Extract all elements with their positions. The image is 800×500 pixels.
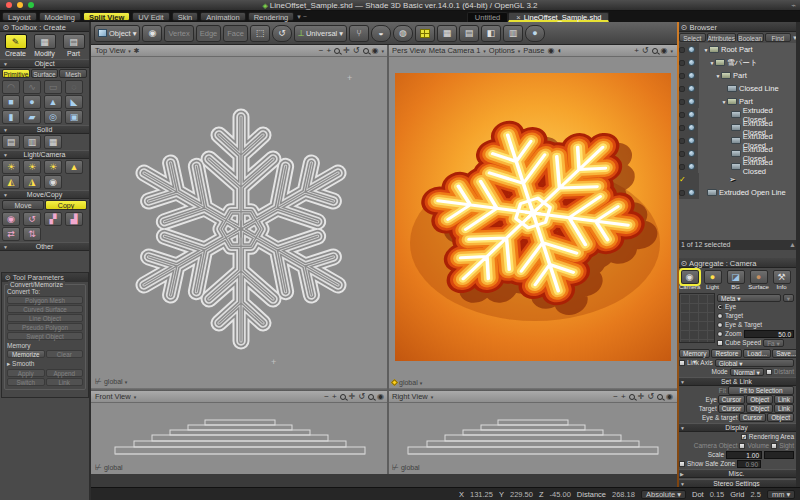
volume-checkbox[interactable] <box>739 443 745 449</box>
eye-object-button[interactable]: Object <box>746 395 773 404</box>
camera-mode-button[interactable]: ◉ <box>142 25 162 42</box>
restore-button[interactable]: Restore ▾ <box>711 349 742 358</box>
eye-target-object-button[interactable]: Object <box>767 413 794 422</box>
smooth-append-button[interactable]: Append <box>46 369 84 377</box>
camera-tool-icon[interactable]: ◉ <box>44 175 62 189</box>
shear-tool-icon[interactable]: ⇄ <box>2 227 20 241</box>
browser-header[interactable]: ⊙ Browser <box>677 22 800 32</box>
zoom-value-field[interactable]: 50.0 <box>744 330 794 338</box>
browser-tab-find[interactable]: Find <box>765 33 792 42</box>
array-tool-icon[interactable]: ▟ <box>65 212 83 226</box>
section-solid[interactable]: ▼Solid <box>0 125 89 134</box>
browser-tab-select[interactable]: Select <box>679 33 706 42</box>
agg-tab-surface[interactable]: ● Surface <box>748 270 769 290</box>
section-light-camera[interactable]: ▼Light/Camera <box>0 150 89 159</box>
display-mode-flat-button[interactable]: ◧ <box>481 25 501 42</box>
eye-target-cursor-button[interactable]: Cursor <box>739 413 767 422</box>
agg-tab-info[interactable]: ⚒ Info <box>771 270 792 290</box>
scale-tool-icon[interactable]: ⇅ <box>23 227 41 241</box>
render-toggle-icon[interactable] <box>688 59 695 66</box>
pers-axis-indicator[interactable]: global▾ <box>392 379 422 386</box>
rendering-area-checkbox[interactable]: ✓ <box>741 434 747 440</box>
pers-pan-button[interactable]: + <box>634 47 639 55</box>
right-magnifier-icon[interactable] <box>629 394 635 400</box>
convert-swept-object-button[interactable]: Swept Object <box>7 332 83 340</box>
display-section[interactable]: ▼Display <box>677 423 796 432</box>
orbit-button[interactable]: ↺ <box>353 47 360 55</box>
smooth-switch-button[interactable]: Switch <box>7 378 45 386</box>
tab-rendering[interactable]: Rendering <box>248 12 295 21</box>
pers-view-label[interactable]: Pers View <box>392 46 426 55</box>
right-viewport[interactable]: ⊬ global <box>388 403 677 474</box>
right-orbit-button[interactable]: ↺ <box>647 393 654 401</box>
rounded-box-tool-icon[interactable]: ▣ <box>65 110 83 124</box>
memory-button[interactable]: Memory ▾ <box>679 349 710 358</box>
front-axis-indicator[interactable]: ⊬ global <box>95 463 123 472</box>
eye-link-button[interactable]: Link <box>774 395 794 404</box>
zoom-tool-icon[interactable] <box>363 48 369 54</box>
vertex-mode-button[interactable]: Vertex <box>164 25 193 42</box>
front-pan-button[interactable]: ✛ <box>349 393 356 401</box>
render-toggle-icon[interactable] <box>688 98 695 105</box>
sphere-tool-icon[interactable]: ● <box>23 95 41 109</box>
right-zoom-out-button[interactable]: − <box>613 393 618 401</box>
front-target-button[interactable]: ◉ <box>377 393 384 401</box>
target-link-button[interactable]: Link <box>774 404 794 413</box>
edge-mode-button[interactable]: Edge <box>196 25 222 42</box>
cube-speed-checkbox[interactable] <box>717 340 723 346</box>
curve-tool-icon[interactable]: ◠ <box>2 80 20 94</box>
sight-checkbox[interactable] <box>771 443 777 449</box>
scale-field-2[interactable] <box>764 451 794 459</box>
wedge-tool-icon[interactable]: ◣ <box>65 95 83 109</box>
pers-lock-icon[interactable]: ◐ <box>557 47 562 55</box>
agg-tab-camera[interactable]: ◉ Camera <box>679 270 700 290</box>
display-mode-shaded-button[interactable]: ▥ <box>503 25 523 42</box>
render-toggle-icon[interactable] <box>688 72 695 79</box>
agg-tab-bg[interactable]: ◪ BG <box>725 270 746 290</box>
pers-target-button[interactable]: ◉ <box>661 47 668 55</box>
target-cursor-button[interactable]: Cursor <box>718 404 746 413</box>
select-toggle-icon[interactable] <box>679 60 685 66</box>
memorize-button[interactable]: Memorize <box>7 350 45 358</box>
universal-manipulator-button[interactable]: ⟂Universal ▾ <box>294 25 347 42</box>
tab-surface[interactable]: Surface <box>31 69 59 78</box>
rotate-tool-icon[interactable]: ↺ <box>23 212 41 226</box>
target-object-button[interactable]: Object <box>746 404 773 413</box>
marquee-select-button[interactable]: ⬚ <box>250 25 270 42</box>
panel-splitter-handle[interactable] <box>677 22 679 487</box>
select-toggle-icon[interactable] <box>679 86 685 92</box>
resize-icon[interactable]: ⌁ <box>791 1 796 10</box>
fit-to-selection-button[interactable]: Fit to Selection <box>728 386 794 395</box>
tree-row-part[interactable]: ▼ Part <box>677 69 796 82</box>
top-viewport[interactable]: + + ⊬ global▾ <box>91 57 388 388</box>
doc-tab-untitled[interactable]: Untitled <box>467 12 508 22</box>
set-link-section[interactable]: ▼Set & Link <box>677 377 796 386</box>
rect-tool-icon[interactable]: ▭ <box>44 80 62 94</box>
close-doc-icon[interactable]: × <box>516 13 520 22</box>
view-target-button[interactable]: ◉ <box>372 47 379 55</box>
coordinate-mode-select[interactable]: Absolute ▾ <box>641 490 686 499</box>
eye-cursor-button[interactable]: Cursor <box>718 395 746 404</box>
select-toggle-icon[interactable] <box>679 138 685 144</box>
distant-checkbox[interactable] <box>766 369 772 375</box>
safe-zone-field[interactable]: 0.90 <box>737 460 761 468</box>
aggregate-header[interactable]: ⊙ Aggregate : Camera <box>677 258 796 268</box>
safe-zone-checkbox[interactable] <box>679 461 685 467</box>
pers-pause-button[interactable]: Pause <box>523 46 544 55</box>
cylinder-tool-icon[interactable]: ▮ <box>2 110 20 124</box>
ambient-light-icon[interactable]: ◭ <box>2 175 20 189</box>
select-toggle-icon[interactable] <box>679 112 685 118</box>
magnet-tool-button[interactable]: ◒ <box>371 25 391 42</box>
tab-mesh[interactable]: Mesh <box>59 69 87 78</box>
lock-icon[interactable]: ▲ <box>789 241 796 249</box>
union-tool-icon[interactable]: ▤ <box>2 135 20 149</box>
target-radio[interactable] <box>717 313 723 319</box>
front-orbit-button[interactable]: ↺ <box>358 393 365 401</box>
front-viewport[interactable]: ⊬ global <box>91 403 388 474</box>
right-zoom-in-button[interactable]: + <box>621 393 626 401</box>
select-toggle-icon[interactable] <box>679 99 685 105</box>
circle-tool-icon[interactable]: ◌ <box>65 80 83 94</box>
wireframe-display-button[interactable]: ▦ <box>437 25 457 42</box>
pers-camera-select[interactable]: Meta Camera 1 <box>429 46 481 55</box>
render-toggle-icon[interactable] <box>688 189 695 196</box>
